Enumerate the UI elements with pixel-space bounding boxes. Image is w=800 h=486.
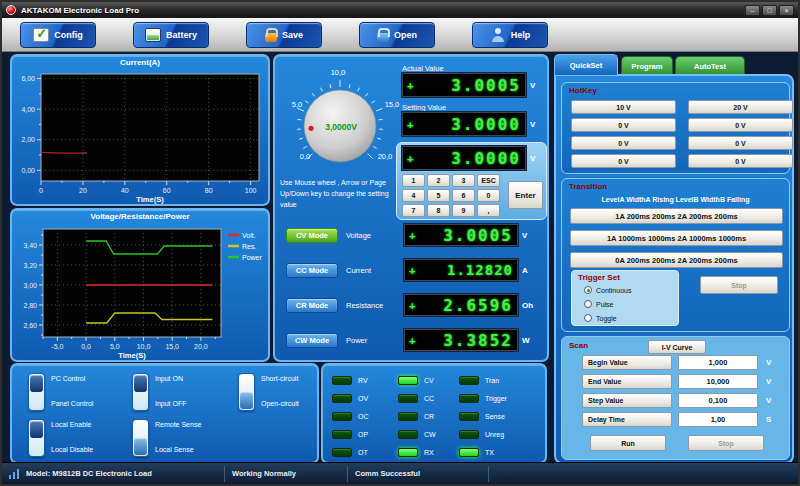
hotkey-button-4[interactable]: 0 V xyxy=(688,118,793,132)
begin-value-field[interactable]: 1,000 xyxy=(678,355,758,370)
power-display: +3.3852 xyxy=(404,329,518,351)
hotkey-button-3[interactable]: 0 V xyxy=(571,118,676,132)
open-button[interactable]: Open xyxy=(359,22,435,48)
cr-mode-button[interactable]: CR Mode xyxy=(286,298,338,313)
input-toggle[interactable] xyxy=(132,373,149,411)
cc-mode-button[interactable]: CC Mode xyxy=(286,263,338,278)
toggle-group-sense: Remote Sense Local Sense xyxy=(132,419,227,459)
transition-preset-1[interactable]: 1A 200ms 200ms 2A 200ms 200ms xyxy=(570,208,783,224)
led-cc: CC xyxy=(398,393,436,403)
scan-stop-button[interactable]: Stop xyxy=(688,435,764,451)
save-label: Save xyxy=(282,30,303,40)
toggle-knob xyxy=(134,375,147,392)
config-button[interactable]: Config xyxy=(20,22,96,48)
rv-label: RV xyxy=(358,377,368,384)
panel-control-label: Panel Control xyxy=(51,400,93,407)
transition-stop-button[interactable]: Stop xyxy=(700,276,778,294)
led-tran: Tran xyxy=(459,375,507,385)
scan-run-button[interactable]: Run xyxy=(590,435,666,451)
led-oc: OC xyxy=(332,411,369,421)
save-button[interactable]: Save xyxy=(246,22,322,48)
toggle-group-circuit: Short-circuit Open-circuit xyxy=(238,373,333,413)
key-7[interactable]: 7 xyxy=(402,204,425,217)
open-label: Open xyxy=(394,30,417,40)
input-on-label: Input ON xyxy=(155,375,183,382)
svg-text:100: 100 xyxy=(245,187,257,194)
key-1[interactable]: 1 xyxy=(402,174,425,187)
close-button[interactable]: × xyxy=(779,5,794,16)
svg-text:2,80: 2,80 xyxy=(23,302,37,309)
hotkey-button-5[interactable]: 0 V xyxy=(571,136,676,150)
cv-mode-button[interactable]: CV Mode xyxy=(286,228,338,243)
key-0[interactable]: 0 xyxy=(477,189,500,202)
step-value-button[interactable]: Step Value xyxy=(582,393,672,408)
toggle-knob xyxy=(240,392,253,409)
actual-sign: + xyxy=(407,79,414,92)
setting-sign: + xyxy=(407,118,414,131)
end-value-field[interactable]: 10,000 xyxy=(678,374,758,389)
hotkey-button-7[interactable]: 0 V xyxy=(571,154,676,168)
voltage-sign: + xyxy=(409,229,416,242)
led-cv: CV xyxy=(398,375,436,385)
key-4[interactable]: 4 xyxy=(402,189,425,202)
hotkey-grid: 10 V 20 V 0 V 0 V 0 V 0 V 0 V 0 V xyxy=(571,100,793,168)
end-value-button[interactable]: End Value xyxy=(582,374,672,389)
key-5[interactable]: 5 xyxy=(427,189,450,202)
transition-preset-2[interactable]: 1A 1000ms 1000ms 2A 1000ms 1000ms xyxy=(570,230,783,246)
svg-text:Res.: Res. xyxy=(242,243,256,250)
pc-control-toggle[interactable] xyxy=(28,373,45,411)
key-2[interactable]: 2 xyxy=(427,174,450,187)
svg-text:0: 0 xyxy=(39,187,43,194)
svg-text:Time(S): Time(S) xyxy=(136,195,164,204)
delay-time-button[interactable]: Delay Time xyxy=(582,412,672,427)
hotkey-button-2[interactable]: 20 V xyxy=(688,100,793,114)
enter-button[interactable]: Enter xyxy=(508,181,543,209)
minimize-button[interactable]: – xyxy=(745,5,760,16)
cw-label: CW xyxy=(424,431,436,438)
tab-program[interactable]: Program xyxy=(621,56,673,75)
current-unit: A xyxy=(522,266,528,275)
begin-value-button[interactable]: Begin Value xyxy=(582,355,672,370)
toggle-label: Toggle xyxy=(596,315,617,322)
iv-curve-button[interactable]: I-V Curve xyxy=(648,340,706,354)
key-3[interactable]: 3 xyxy=(452,174,475,187)
key-6[interactable]: 6 xyxy=(452,189,475,202)
led-op: OP xyxy=(332,429,369,439)
maximize-button[interactable]: □ xyxy=(762,5,777,16)
voltage-label: Voltage xyxy=(346,231,404,240)
led-cr: CR xyxy=(398,411,436,421)
key-esc[interactable]: ESC xyxy=(477,174,500,187)
svg-text:40: 40 xyxy=(121,187,129,194)
radio-continuous[interactable]: Continuous xyxy=(584,286,631,294)
transition-header: LevelA WidthA Rising LevelB WidthB Falli… xyxy=(562,196,789,203)
local-toggle[interactable] xyxy=(28,419,45,457)
sense-toggle[interactable] xyxy=(132,419,149,457)
tab-quickset[interactable]: QuickSet xyxy=(554,54,618,75)
hotkey-button-8[interactable]: 0 V xyxy=(688,154,793,168)
key-9[interactable]: 9 xyxy=(452,204,475,217)
toggle-knob xyxy=(134,438,147,455)
hotkey-button-6[interactable]: 0 V xyxy=(688,136,793,150)
radio-pulse[interactable]: Pulse xyxy=(584,300,614,308)
power-label: Power xyxy=(346,336,404,345)
led-ov: OV xyxy=(332,393,369,403)
step-value-field[interactable]: 0,100 xyxy=(678,393,758,408)
key-8[interactable]: 8 xyxy=(427,204,450,217)
rx-label: RX xyxy=(424,449,434,456)
circuit-toggle[interactable] xyxy=(238,373,255,411)
transition-preset-3[interactable]: 0A 200ms 200ms 2A 200ms 200ms xyxy=(570,252,783,268)
oc-led xyxy=(332,412,352,421)
radio-toggle[interactable]: Toggle xyxy=(584,314,617,322)
config-label: Config xyxy=(54,30,83,40)
delay-time-field[interactable]: 1,00 xyxy=(678,412,758,427)
cw-mode-button[interactable]: CW Mode xyxy=(286,333,338,348)
battery-button[interactable]: Battery xyxy=(133,22,209,48)
knob-hint: Use Mouse wheel , Arrow or Page Up/Down … xyxy=(280,178,398,211)
cc-led xyxy=(398,394,418,403)
tab-autotest[interactable]: AutoTest xyxy=(675,56,745,75)
help-button[interactable]: Help xyxy=(472,22,548,48)
scan-title: Scan xyxy=(569,341,588,350)
hotkey-button-1[interactable]: 10 V xyxy=(571,100,676,114)
key-comma[interactable]: , xyxy=(477,204,500,217)
status-bar: Model: M9812B DC Electronic Load Working… xyxy=(2,462,798,484)
